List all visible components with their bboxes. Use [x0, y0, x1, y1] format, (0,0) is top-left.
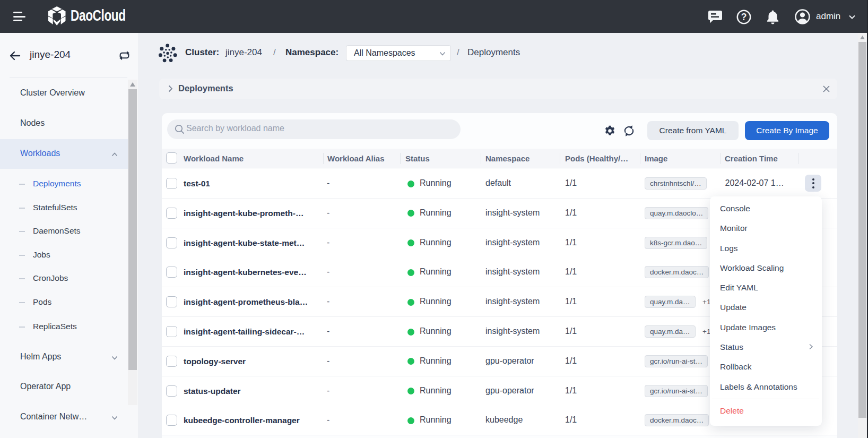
- svg-text:?: ?: [741, 12, 747, 22]
